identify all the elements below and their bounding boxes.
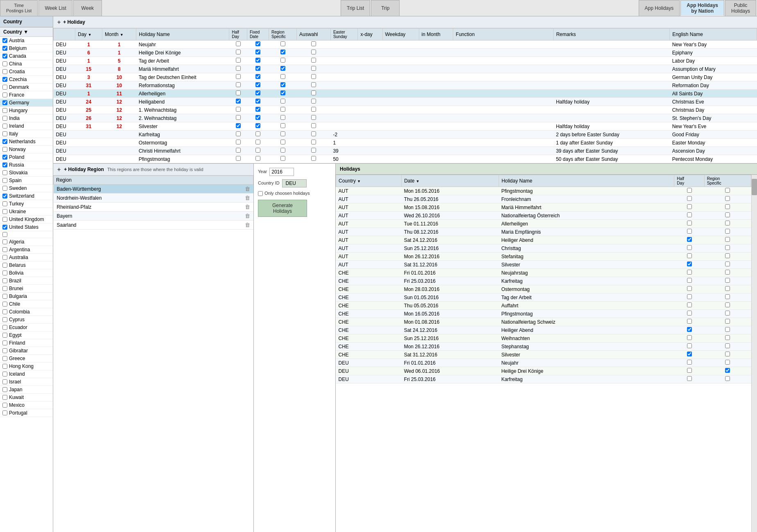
list-item[interactable]: DEUFri 01.01.2016Neujahr	[336, 359, 751, 367]
sidebar-checkbox[interactable]	[2, 194, 7, 198]
sidebar-checkbox[interactable]	[2, 387, 7, 392]
col-fixed-date[interactable]: FixedDate	[247, 29, 269, 41]
sidebar-checkbox[interactable]	[2, 247, 7, 252]
col-day[interactable]: Day ▼	[75, 29, 102, 41]
sidebar-item[interactable]: Argentina	[0, 246, 53, 254]
sidebar-item[interactable]: Hong Kong	[0, 363, 53, 370]
delete-region-button[interactable]: 🗑	[245, 195, 250, 201]
sidebar-item[interactable]: Netherlands	[0, 138, 53, 146]
sidebar-item[interactable]: Colombia	[0, 308, 53, 316]
hcol-date[interactable]: Date ▼	[402, 175, 499, 187]
table-row[interactable]: DEU310Tag der Deutschen EinheitGerman Un…	[54, 73, 757, 81]
list-item[interactable]: CHESun 25.12.2016Weihnachten	[336, 334, 751, 343]
sidebar-checkbox[interactable]	[2, 379, 7, 384]
list-item[interactable]: AUTMon 26.12.2016Stefanitag	[336, 252, 751, 261]
list-item[interactable]: CHEFri 25.03.2016Karfreitag	[336, 277, 751, 285]
sidebar-checkbox[interactable]	[2, 403, 7, 408]
sidebar-item[interactable]: Ireland	[0, 122, 53, 130]
table-row[interactable]: DEU2412HeiligabendHalfday holidayChristm…	[54, 98, 757, 106]
col-inmonth[interactable]: in Month	[419, 29, 453, 41]
sidebar-checkbox[interactable]	[2, 116, 7, 121]
sidebar-checkbox[interactable]	[2, 77, 7, 82]
col-function[interactable]: Function	[453, 29, 554, 41]
sidebar-checkbox[interactable]	[2, 124, 7, 128]
sidebar-header[interactable]: Country ▼	[0, 27, 53, 37]
sidebar-checkbox[interactable]	[2, 186, 7, 191]
list-item[interactable]: DEUFri 25.03.2016Karfreitag	[336, 375, 751, 383]
sidebar-item[interactable]: Chile	[0, 300, 53, 308]
sidebar-checkbox[interactable]	[2, 410, 7, 415]
col-easter-sunday[interactable]: EasterSunday	[330, 29, 358, 41]
sidebar-item[interactable]: Iceland	[0, 370, 53, 378]
sidebar-checkbox[interactable]	[2, 278, 7, 283]
sidebar-checkbox[interactable]	[2, 139, 7, 144]
sidebar-item[interactable]: Ecuador	[0, 324, 53, 331]
sidebar-item[interactable]: United States	[0, 223, 53, 231]
sidebar-checkbox[interactable]	[2, 108, 7, 113]
list-item[interactable]: CHEMon 28.03.2016Ostermontag	[336, 285, 751, 293]
delete-region-button[interactable]: 🗑	[245, 222, 250, 228]
sidebar-item[interactable]: Slovakia	[0, 169, 53, 177]
table-row[interactable]: DEU11NeujahrNew Year's Day	[54, 41, 757, 49]
delete-region-button[interactable]: 🗑	[245, 204, 250, 210]
sidebar-checkbox[interactable]	[2, 239, 7, 244]
hcol-half[interactable]: HalfDay	[674, 175, 704, 187]
sidebar-item[interactable]: Cyprus	[0, 316, 53, 324]
sidebar-item[interactable]: Belarus	[0, 261, 53, 269]
sidebar-item[interactable]: Poland	[0, 153, 53, 161]
tab-week[interactable]: Week	[73, 0, 102, 16]
list-item[interactable]: Baden-Württemberg🗑	[54, 185, 253, 194]
list-item[interactable]: AUTTue 01.11.2016Allerheiligen	[336, 220, 751, 228]
table-row[interactable]: DEUFronleichnam6060 days after Easter Su…	[54, 163, 757, 164]
list-item[interactable]: CHESat 31.12.2016Silvester	[336, 351, 751, 359]
sidebar-checkbox[interactable]	[2, 263, 7, 268]
sidebar-item[interactable]: Germany	[0, 99, 53, 107]
table-row[interactable]: DEU25121. WeihnachtstagChristmas Day	[54, 106, 757, 114]
list-item[interactable]: CHEFri 01.01.2016Neujahrstag	[336, 269, 751, 277]
sidebar-checkbox[interactable]	[2, 225, 7, 230]
sidebar-item[interactable]: Turkey	[0, 200, 53, 208]
sidebar-item[interactable]: Croatia	[0, 68, 53, 76]
col-region-specific[interactable]: RegionSpecific	[269, 29, 297, 41]
sidebar-checkbox[interactable]	[2, 170, 7, 175]
sidebar-item[interactable]: United Kingdom	[0, 216, 53, 223]
sidebar-checkbox[interactable]	[2, 209, 7, 214]
tab-trip-list[interactable]: Trip List	[341, 0, 370, 16]
sidebar-checkbox[interactable]	[2, 255, 7, 260]
sidebar-item[interactable]: Kuwait	[0, 394, 53, 401]
sidebar-item[interactable]: Belgium	[0, 45, 53, 52]
sidebar-checkbox[interactable]	[2, 302, 7, 307]
tab-app-holidays-by-nation[interactable]: App Holidaysby Nation	[680, 0, 724, 16]
table-row[interactable]: DEUKarfreitag-22 days before Easter Sund…	[54, 131, 757, 139]
table-row[interactable]: DEU26122. WeihnachtstagSt. Stephen's Day	[54, 114, 757, 122]
sidebar-checkbox[interactable]	[2, 271, 7, 275]
generate-holidays-button[interactable]: Generate Holidays	[258, 200, 307, 217]
sidebar-item[interactable]: Norway	[0, 146, 53, 153]
list-item[interactable]: CHEMon 26.12.2016Stephanstag	[336, 343, 751, 351]
sidebar-item[interactable]: China	[0, 60, 53, 68]
list-item[interactable]: CHEThu 05.05.2016Auffahrt	[336, 302, 751, 310]
sidebar-checkbox[interactable]	[2, 232, 7, 237]
col-country[interactable]	[54, 29, 75, 41]
sidebar-checkbox[interactable]	[2, 348, 7, 353]
sidebar-item[interactable]: Japan	[0, 386, 53, 394]
col-half-day[interactable]: HalfDay	[229, 29, 247, 41]
sidebar-checkbox[interactable]	[2, 364, 7, 369]
list-item[interactable]: AUTSat 31.12.2016Silvester	[336, 261, 751, 269]
delete-region-button[interactable]: 🗑	[245, 186, 250, 192]
sidebar-checkbox[interactable]	[2, 131, 7, 136]
col-month[interactable]: Month ▼	[102, 29, 136, 41]
only-chosen-checkbox[interactable]	[258, 191, 263, 196]
list-item[interactable]: AUTThu 26.05.2016Fronleichnam	[336, 195, 751, 203]
col-remarks[interactable]: Remarks	[554, 29, 670, 41]
sidebar-checkbox[interactable]	[2, 61, 7, 66]
sidebar-checkbox[interactable]	[2, 162, 7, 167]
sidebar-item[interactable]: Egypt	[0, 331, 53, 339]
sidebar-item[interactable]: France	[0, 91, 53, 99]
sidebar-item[interactable]: India	[0, 115, 53, 122]
list-item[interactable]: CHESat 24.12.2016Heiliger Abend	[336, 326, 751, 334]
sidebar-checkbox[interactable]	[2, 340, 7, 345]
tab-app-holidays[interactable]: App Holidays	[639, 0, 680, 16]
sidebar-item[interactable]: Hungary	[0, 107, 53, 115]
sidebar-checkbox[interactable]	[2, 356, 7, 361]
